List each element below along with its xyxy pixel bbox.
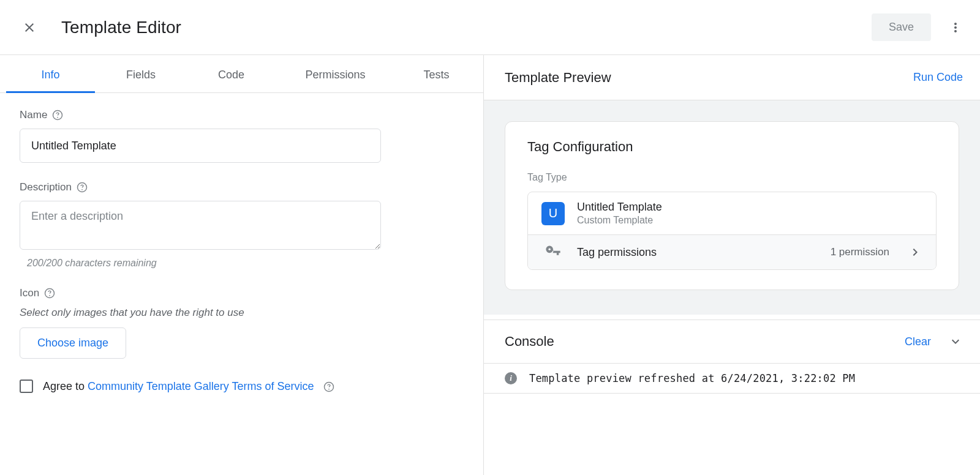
permissions-count: 1 permission	[831, 246, 889, 258]
tag-permissions-row[interactable]: Tag permissions 1 permission	[528, 234, 936, 269]
tab-info[interactable]: Info	[6, 55, 95, 92]
help-icon[interactable]	[44, 288, 55, 299]
console-title: Console	[505, 334, 554, 350]
template-subtitle: Custom Template	[577, 215, 922, 226]
console-message: Template preview refreshed at 6/24/2021,…	[529, 372, 855, 384]
agree-text: Agree to Community Template Gallery Term…	[43, 380, 334, 393]
icon-label-text: Icon	[20, 287, 39, 299]
tab-fields[interactable]: Fields	[95, 55, 187, 92]
run-code-button[interactable]: Run Code	[913, 71, 963, 84]
icon-label: Icon	[20, 287, 464, 299]
tag-type-label: Tag Type	[527, 172, 937, 183]
description-textarea[interactable]	[20, 201, 381, 250]
tab-code[interactable]: Code	[187, 55, 276, 92]
description-label-text: Description	[20, 181, 72, 193]
preview-title: Template Preview	[505, 70, 611, 86]
tag-card-title: Tag Configuration	[527, 139, 937, 155]
template-name: Untitled Template	[577, 201, 922, 214]
description-label: Description	[20, 181, 464, 193]
icon-hint: Select only images that you have the rig…	[20, 307, 464, 319]
help-icon[interactable]	[77, 182, 88, 193]
info-icon: i	[505, 372, 517, 384]
agree-prefix: Agree to	[43, 380, 88, 392]
topbar: Template Editor Save	[0, 0, 980, 55]
svg-point-0	[548, 249, 551, 251]
tab-permissions[interactable]: Permissions	[276, 55, 395, 92]
help-icon[interactable]	[323, 381, 334, 392]
name-label: Name	[20, 109, 464, 121]
save-button[interactable]: Save	[872, 13, 931, 41]
console-row: i Template preview refreshed at 6/24/202…	[484, 364, 980, 393]
tos-link[interactable]: Community Template Gallery Terms of Serv…	[88, 380, 314, 392]
tag-badge: U	[541, 202, 565, 225]
choose-image-button[interactable]: Choose image	[20, 327, 126, 359]
name-label-text: Name	[20, 109, 47, 121]
page-title: Template Editor	[61, 18, 181, 37]
chevron-down-icon[interactable]	[948, 334, 963, 349]
key-icon	[545, 244, 562, 261]
preview-pane: Template Preview Run Code Tag Configurat…	[484, 55, 980, 475]
tabs: Info Fields Code Permissions Tests	[0, 55, 483, 93]
agree-checkbox[interactable]	[20, 380, 33, 393]
chevron-right-icon	[908, 245, 922, 260]
tab-tests[interactable]: Tests	[395, 55, 478, 92]
console-clear-button[interactable]: Clear	[905, 335, 931, 348]
more-icon[interactable]	[948, 20, 963, 35]
help-icon[interactable]	[52, 110, 63, 121]
char-remaining: 200/200 characters remaining	[27, 258, 464, 269]
tag-type-row[interactable]: U Untitled Template Custom Template	[528, 192, 936, 234]
name-input[interactable]	[20, 129, 381, 163]
permissions-label: Tag permissions	[577, 246, 818, 259]
close-icon[interactable]	[22, 20, 37, 35]
tag-config-card: Tag Configuration Tag Type U Untitled Te…	[505, 121, 959, 290]
editor-pane: Info Fields Code Permissions Tests Name …	[0, 55, 484, 475]
